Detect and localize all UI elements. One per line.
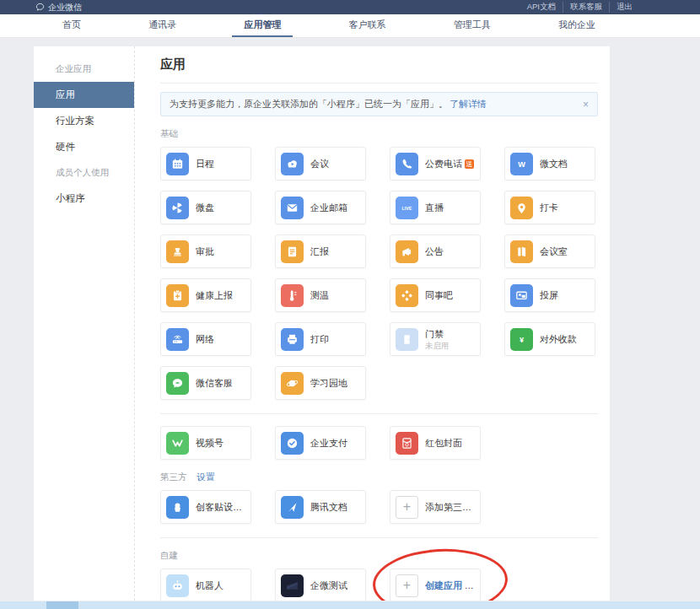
app-card-collect-payment[interactable]: ¥对外收款: [504, 322, 595, 356]
app-card-temperature[interactable]: 测温: [275, 278, 366, 312]
nav-tab-contacts[interactable]: 通讯录: [137, 14, 188, 37]
section-settings-link[interactable]: 设置: [197, 472, 215, 483]
app-card-label: 对外收款: [540, 333, 577, 346]
topbar-link-contact-support[interactable]: 联系客服: [563, 2, 609, 13]
notice-banner: 为支持更多能力，原企业关联添加的「小程序」已统一为「应用」。 了解详情 ×: [160, 92, 598, 116]
app-grid-third-party: 创客贴设计网...腾讯文档+添加第三方应用: [160, 490, 598, 524]
svg-text:LIVE: LIVE: [402, 205, 412, 210]
app-card-corp-pay[interactable]: 企业支付: [275, 426, 366, 460]
topbar-link-logout[interactable]: 退出: [609, 2, 639, 13]
app-grid-self-built: 机器人企微测试+创建应用 · 支持小程序: [160, 569, 598, 601]
create-app-link-text: 创建应用: [425, 580, 462, 590]
svg-text:¥: ¥: [520, 336, 525, 344]
app-card-label: 测温: [310, 289, 329, 302]
nav-tab-my-company[interactable]: 我的企业: [547, 14, 607, 37]
app-card-label: 企微测试: [310, 579, 347, 592]
app-card-label: 会议: [310, 158, 329, 170]
app-card-label: 微盘: [196, 202, 214, 214]
paycheck-icon: [281, 432, 304, 455]
app-card-wechat-customer-service[interactable]: 微信客服: [160, 366, 251, 400]
app-card-label: 创客贴设计网...: [196, 501, 245, 514]
app-card-label: 微信客服: [196, 377, 233, 390]
app-card-label: 微文档: [540, 158, 568, 170]
app-card-subtitle: 未启用: [425, 341, 450, 350]
app-card-label: 添加第三方应用: [425, 501, 475, 514]
app-card-channels[interactable]: 视频号: [160, 426, 251, 460]
app-card-corp-mail[interactable]: 企业邮箱: [275, 191, 366, 224]
app-card-colleague-bar[interactable]: 同事吧: [390, 278, 481, 312]
app-logo-text: 企业微信: [48, 2, 82, 13]
app-card-screen-cast[interactable]: 投屏: [504, 278, 595, 312]
section-label: 第三方: [160, 472, 187, 483]
wechat-work-bubble-icon: [35, 3, 45, 12]
app-card-health-report[interactable]: 健康上报: [160, 278, 251, 312]
main-nav: 首页通讯录应用管理客户联系管理工具我的企业: [0, 14, 700, 38]
app-card-label: 审批: [196, 245, 214, 258]
printer-icon: [281, 328, 304, 351]
sidebar-item-industry-solutions[interactable]: 行业方案: [34, 108, 134, 134]
app-card-live[interactable]: LIVE直播: [390, 191, 481, 224]
app-card-approval[interactable]: 审批: [160, 234, 251, 268]
app-card-label: 投屏: [540, 289, 558, 302]
app-card-schedule[interactable]: 日程: [160, 147, 251, 181]
app-card-create-app[interactable]: +创建应用 · 支持小程序: [390, 569, 481, 601]
app-sections: 基础日程会议公费电话送W微文档微盘企业邮箱LIVE直播打卡审批汇报公告会议室健康…: [160, 128, 598, 601]
pin-icon: [510, 197, 533, 219]
letter-w-icon: W: [510, 153, 533, 175]
app-card-wedrive[interactable]: 微盘: [160, 191, 251, 224]
app-card-tencent-docs[interactable]: 腾讯文档: [275, 490, 366, 524]
app-card-announcement[interactable]: 公告: [390, 234, 481, 268]
section-header-third-party: 第三方设置: [160, 472, 598, 483]
app-card-checkin[interactable]: 打卡: [504, 191, 595, 224]
app-card-label: 红包封面: [425, 437, 462, 450]
nav-tab-app-management[interactable]: 应用管理: [232, 14, 293, 37]
app-card-label: 网络: [196, 333, 214, 346]
app-card-wedoc[interactable]: W微文档: [504, 147, 595, 181]
sidebar-item-mini-programs[interactable]: 小程序: [34, 186, 134, 212]
app-card-print[interactable]: 打印: [275, 322, 366, 356]
sidebar-item-apps[interactable]: 应用: [34, 82, 134, 108]
app-card-door-access[interactable]: 门禁未启用: [390, 322, 481, 356]
app-card-label: 打印: [310, 333, 329, 346]
main-panel: 企业应用应用行业方案硬件成员个人使用小程序 应用 为支持更多能力，原企业关联添加…: [34, 46, 610, 601]
door-faded-icon: [396, 328, 418, 351]
bottom-strip-segment: [46, 601, 78, 609]
report-icon: [281, 240, 304, 263]
app-card-report[interactable]: 汇报: [275, 234, 366, 268]
plus-icon: +: [396, 574, 418, 597]
door-icon: [510, 240, 533, 263]
app-card-label: 汇报: [310, 245, 329, 258]
banner-close-icon[interactable]: ×: [583, 100, 589, 110]
app-card-chuangketie[interactable]: 创客贴设计网...: [160, 490, 251, 524]
calendar-icon: [166, 153, 189, 175]
app-card-add-third-party[interactable]: +添加第三方应用: [390, 490, 481, 524]
nav-tab-customer-contact[interactable]: 客户联系: [337, 14, 398, 37]
app-card-learning-center[interactable]: 学习园地: [275, 366, 366, 400]
app-card-label: 直播: [425, 202, 444, 214]
phone-icon: [396, 153, 418, 175]
banner-learn-more-link[interactable]: 了解详情: [450, 98, 487, 110]
app-card-meeting-room[interactable]: 会议室: [504, 234, 595, 268]
app-card-robot[interactable]: 机器人: [160, 569, 251, 601]
app-card-qiwei-test[interactable]: 企微测试: [275, 569, 366, 601]
app-card-label: 同事吧: [425, 289, 453, 302]
content-area: 应用 为支持更多能力，原企业关联添加的「小程序」已统一为「应用」。 了解详情 ×…: [135, 46, 610, 601]
app-card-red-packet-cover[interactable]: 红包封面: [390, 426, 481, 460]
robot-icon: [166, 574, 189, 597]
promo-badge: 送: [465, 159, 474, 169]
nav-tab-home[interactable]: 首页: [51, 14, 93, 37]
plane-icon: [281, 496, 304, 519]
bottom-strip: [0, 601, 700, 609]
app-card-label: 公告: [425, 245, 444, 258]
nav-tab-management-tools[interactable]: 管理工具: [442, 14, 503, 37]
chat-icon: [166, 372, 189, 395]
sidebar-item-hardware[interactable]: 硬件: [34, 134, 134, 160]
darkapp-icon: [281, 574, 304, 597]
app-card-network[interactable]: 网络: [160, 322, 251, 356]
app-card-meeting[interactable]: 会议: [275, 147, 366, 181]
app-card-label: 腾讯文档: [310, 501, 347, 514]
app-logo[interactable]: 企业微信: [35, 2, 82, 13]
app-card-free-call[interactable]: 公费电话送: [390, 147, 481, 181]
app-card-label: 日程: [196, 158, 214, 170]
topbar-link-api-docs[interactable]: API文档: [520, 2, 563, 13]
